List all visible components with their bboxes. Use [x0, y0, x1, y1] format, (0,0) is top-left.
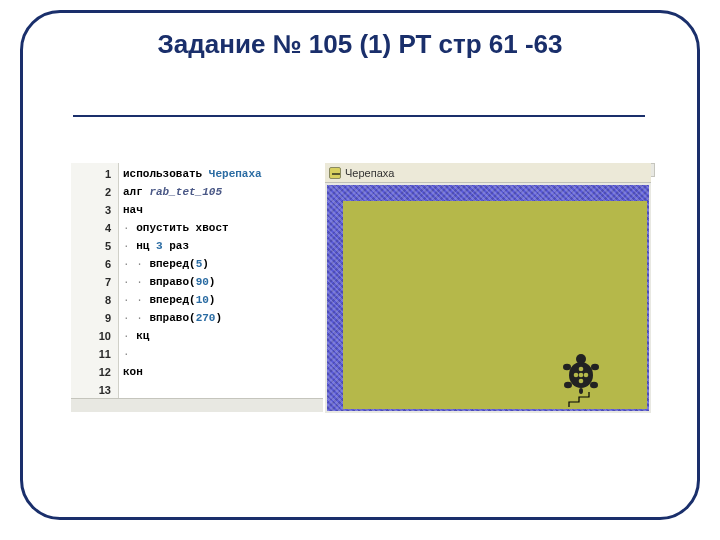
- slide-frame: Задание № 105 (1) РТ стр 61 -63 1использ…: [20, 10, 700, 520]
- turtle-window-title: Черепаха: [345, 167, 394, 179]
- code-line[interactable]: 4· опустить хвост: [71, 219, 323, 237]
- line-number: 2: [71, 183, 111, 201]
- svg-point-8: [574, 373, 579, 378]
- line-number: 1: [71, 165, 111, 183]
- line-number: 11: [71, 345, 111, 363]
- svg-point-4: [564, 382, 572, 388]
- code-text: алг rab_tet_105: [123, 183, 323, 201]
- code-text: · · вправо(270): [123, 309, 323, 327]
- divider: [73, 115, 645, 117]
- slide-title: Задание № 105 (1) РТ стр 61 -63: [23, 29, 697, 60]
- line-number: 9: [71, 309, 111, 327]
- svg-point-2: [563, 364, 571, 370]
- code-line[interactable]: 1использовать Черепаха: [71, 165, 323, 183]
- turtle-window: Черепаха: [325, 163, 651, 413]
- code-text: кон: [123, 363, 323, 381]
- svg-point-11: [579, 373, 584, 378]
- line-number: 5: [71, 237, 111, 255]
- code-text: · · вперед(10): [123, 291, 323, 309]
- code-text: нач: [123, 201, 323, 219]
- code-text: · нц 3 раз: [123, 237, 323, 255]
- line-number: 4: [71, 219, 111, 237]
- turtle-sprite-icon: [559, 351, 603, 395]
- code-line[interactable]: 12кон: [71, 363, 323, 381]
- code-line[interactable]: 8· · вперед(10): [71, 291, 323, 309]
- line-number: 6: [71, 255, 111, 273]
- line-number: 12: [71, 363, 111, 381]
- turtle-window-titlebar[interactable]: Черепаха: [325, 163, 651, 183]
- code-line[interactable]: 6· · вперед(5): [71, 255, 323, 273]
- code-editor[interactable]: 1использовать Черепаха2алг rab_tet_1053н…: [71, 163, 323, 398]
- code-line[interactable]: 11·: [71, 345, 323, 363]
- code-text: · опустить хвост: [123, 219, 323, 237]
- svg-point-10: [579, 379, 584, 384]
- svg-point-9: [584, 373, 589, 378]
- code-text: · кц: [123, 327, 323, 345]
- line-number: 10: [71, 327, 111, 345]
- line-number: 3: [71, 201, 111, 219]
- code-text: ·: [123, 345, 323, 363]
- code-text: · · вправо(90): [123, 273, 323, 291]
- turtle-canvas[interactable]: [343, 201, 647, 409]
- code-line[interactable]: 3нач: [71, 201, 323, 219]
- canvas-border: [327, 185, 649, 411]
- svg-point-6: [579, 388, 583, 394]
- svg-point-3: [591, 364, 599, 370]
- code-line[interactable]: 2алг rab_tet_105: [71, 183, 323, 201]
- code-text: использовать Черепаха: [123, 165, 323, 183]
- code-text: · · вперед(5): [123, 255, 323, 273]
- code-line[interactable]: 5· нц 3 раз: [71, 237, 323, 255]
- editor-statusbar: [71, 398, 323, 412]
- code-line[interactable]: 13: [71, 381, 323, 399]
- svg-point-7: [579, 367, 584, 372]
- code-line[interactable]: 9· · вправо(270): [71, 309, 323, 327]
- turtle-app-icon: [329, 167, 341, 179]
- line-number: 13: [71, 381, 111, 399]
- svg-point-5: [590, 382, 598, 388]
- line-number: 7: [71, 273, 111, 291]
- code-line[interactable]: 10· кц: [71, 327, 323, 345]
- line-number: 8: [71, 291, 111, 309]
- code-line[interactable]: 7· · вправо(90): [71, 273, 323, 291]
- svg-point-1: [576, 354, 586, 364]
